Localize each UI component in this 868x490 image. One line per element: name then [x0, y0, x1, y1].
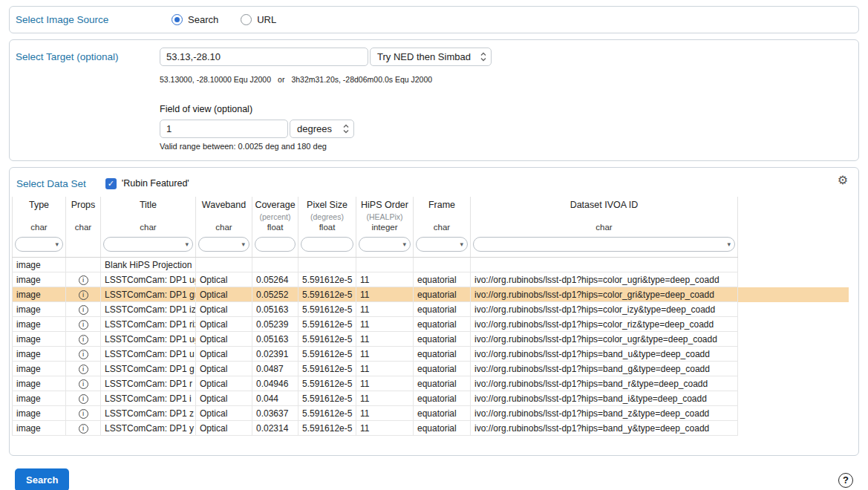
table-row[interactable]: imageiLSSTComCam: DP1 iOptical0.0445.591…: [13, 391, 849, 406]
footer: Search ?: [9, 468, 859, 490]
column-unit: (percent): [254, 212, 296, 223]
radio-selected-icon: [172, 14, 183, 25]
cell-coverage: 0.0487: [252, 362, 298, 376]
cell-props: i: [66, 302, 101, 317]
column-header-title[interactable]: Titlechar: [101, 197, 196, 235]
dropdown-arrow-icon[interactable]: ▾: [727, 241, 731, 248]
dropdown-arrow-icon[interactable]: ▾: [460, 241, 463, 248]
target-input[interactable]: [160, 48, 368, 66]
row-filler: [738, 258, 849, 272]
cell-frame: equatorial: [414, 347, 471, 362]
cell-pixel_size: 5.591612e-5: [298, 376, 356, 391]
table-row[interactable]: imageiLSSTComCam: DP1 griOptical0.052525…: [13, 287, 849, 302]
radio-url[interactable]: URL: [241, 14, 276, 25]
column-header-hips-order[interactable]: HiPS Order(HEALPix)integer: [356, 197, 414, 235]
fov-unit-select[interactable]: degrees: [290, 120, 354, 138]
info-icon[interactable]: i: [79, 350, 88, 359]
table-row[interactable]: imageiLSSTComCam: DP1 ugrOptical0.051635…: [13, 332, 849, 347]
rubin-featured-checkbox[interactable]: ✓ 'Rubin Featured': [105, 178, 189, 189]
info-icon[interactable]: i: [79, 305, 88, 315]
stepper-icon: [342, 123, 350, 134]
help-icon[interactable]: ?: [838, 473, 853, 488]
info-icon[interactable]: i: [79, 290, 88, 300]
table-row[interactable]: imageiLSSTComCam: DP1 uOptical0.023915.5…: [13, 347, 849, 362]
header-filler: [738, 197, 849, 235]
table-row[interactable]: imageiLSSTComCam: DP1 izyOptical0.051635…: [13, 302, 849, 317]
filter-cell-coverage: [252, 235, 298, 258]
column-header-waveband[interactable]: Wavebandchar: [196, 197, 252, 235]
info-icon[interactable]: i: [79, 379, 88, 389]
table-row[interactable]: imageiLSSTComCam: DP1 rizOptical0.052395…: [13, 317, 849, 332]
cell-props: i: [66, 391, 101, 406]
cell-ivoa_id: ivo://org.rubinobs/lsst-dp1?hips=color_i…: [471, 302, 738, 317]
filter-select-waveband[interactable]: ▾: [198, 237, 249, 252]
image-source-radio-group: Search URL: [172, 14, 276, 25]
search-button[interactable]: Search: [15, 468, 69, 490]
filter-select-frame[interactable]: ▾: [416, 237, 468, 252]
cell-waveband: Optical: [196, 391, 252, 406]
filter-cell-frame: ▾: [414, 235, 471, 258]
cell-waveband: Optical: [196, 362, 252, 376]
column-dtype: char: [415, 223, 469, 235]
column-unit: [472, 212, 736, 223]
cell-ivoa_id: ivo://org.rubinobs/lsst-dp1?hips=band_i&…: [471, 391, 738, 406]
table-row[interactable]: imageiLSSTComCam: DP1 rOptical0.049465.5…: [13, 376, 849, 391]
cell-frame: equatorial: [414, 317, 471, 332]
resolver-value: Try NED then Simbad: [377, 51, 471, 62]
column-header-props[interactable]: Propschar: [66, 197, 101, 235]
column-header-pixel-size[interactable]: Pixel Size(degrees)float: [298, 197, 356, 235]
cell-props: i: [66, 332, 101, 347]
cell-title: Blank HiPS Projection: [101, 258, 196, 272]
cell-coverage: 0.05264: [252, 272, 298, 287]
row-filler: [738, 391, 849, 406]
cell-pixel_size: 5.591612e-5: [298, 317, 356, 332]
fov-unit-value: degrees: [297, 123, 332, 134]
column-dtype: integer: [358, 223, 411, 235]
info-icon[interactable]: i: [79, 320, 88, 330]
filter-select-title[interactable]: ▾: [103, 237, 193, 252]
dropdown-arrow-icon[interactable]: ▾: [402, 241, 406, 248]
column-header-frame[interactable]: Framechar: [414, 197, 471, 235]
resolver-select[interactable]: Try NED then Simbad: [370, 48, 492, 66]
cell-title: LSSTComCam: DP1 ugri: [101, 272, 196, 287]
table-row[interactable]: imageiLSSTComCam: DP1 ugriOptical0.05264…: [13, 272, 849, 287]
fov-input[interactable]: [160, 120, 288, 138]
cell-title: LSSTComCam: DP1 z: [101, 406, 196, 421]
info-icon[interactable]: i: [79, 275, 88, 285]
table-row[interactable]: imageiLSSTComCam: DP1 gOptical0.04875.59…: [13, 362, 849, 376]
row-filler: [738, 272, 849, 287]
cell-title: LSSTComCam: DP1 g: [101, 362, 196, 376]
dropdown-arrow-icon[interactable]: ▾: [185, 241, 189, 248]
info-icon[interactable]: i: [79, 394, 88, 404]
table-row[interactable]: imageiLSSTComCam: DP1 zOptical0.036375.5…: [13, 406, 849, 421]
filter-select-dataset-ivoa-id[interactable]: ▾: [473, 237, 735, 252]
column-name: Pixel Size: [300, 200, 354, 212]
filter-select-hips-order[interactable]: ▾: [359, 237, 411, 252]
cell-ivoa_id: ivo://org.rubinobs/lsst-dp1?hips=band_g&…: [471, 362, 738, 376]
cell-hips_order: 11: [356, 376, 414, 391]
info-icon[interactable]: i: [79, 409, 88, 419]
cell-frame: equatorial: [414, 302, 471, 317]
table-row[interactable]: imageiLSSTComCam: DP1 yOptical0.023145.5…: [13, 421, 849, 436]
filter-input-coverage[interactable]: [255, 237, 296, 252]
info-icon[interactable]: i: [79, 335, 88, 344]
table-row[interactable]: imageBlank HiPS Projection: [13, 258, 849, 272]
cell-type: image: [13, 406, 66, 421]
info-icon[interactable]: i: [79, 424, 88, 434]
cell-waveband: Optical: [196, 272, 252, 287]
column-header-dataset-ivoa-id[interactable]: Dataset IVOA IDchar: [471, 197, 738, 235]
cell-props: i: [66, 287, 101, 302]
filter-select-type[interactable]: ▾: [15, 237, 63, 252]
cell-frame: equatorial: [414, 287, 471, 302]
cell-type: image: [13, 421, 66, 436]
column-header-coverage[interactable]: Coverage(percent)float: [252, 197, 298, 235]
dropdown-arrow-icon[interactable]: ▾: [55, 241, 59, 248]
column-header-type[interactable]: Typechar: [13, 197, 66, 235]
target-content: Try NED then Simbad 53.13000, -28.10000 …: [160, 48, 492, 151]
dropdown-arrow-icon[interactable]: ▾: [241, 241, 245, 248]
info-icon[interactable]: i: [79, 365, 88, 374]
table-header-row: TypecharPropscharTitlecharWavebandcharCo…: [13, 197, 849, 235]
radio-search[interactable]: Search: [172, 14, 218, 25]
filter-input-pixel-size[interactable]: [301, 237, 353, 252]
settings-icon[interactable]: ⚙: [838, 174, 848, 186]
